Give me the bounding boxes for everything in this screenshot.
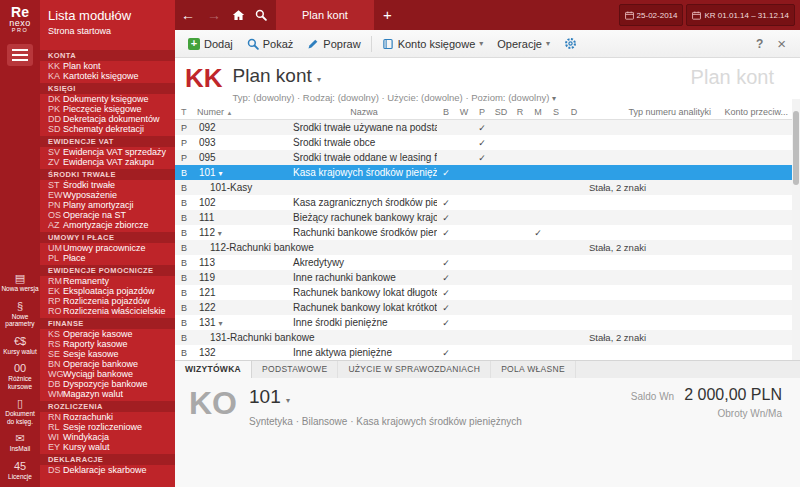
cell-type: P <box>175 138 195 148</box>
table-row[interactable]: B122Rachunek bankowy lokat krótkoterm...… <box>175 300 800 315</box>
table-row[interactable]: B119Inne rachunki bankowe✓ <box>175 270 800 285</box>
account-menu-button[interactable]: Konto księgowe ▾ <box>375 35 491 53</box>
sidebar-item-se[interactable]: SESesje kasowe <box>40 349 175 359</box>
pencil-icon <box>307 38 319 50</box>
sidebar-item-rp[interactable]: RPRozliczenia pojazdów <box>40 296 175 306</box>
expand-icon[interactable]: ▾ <box>218 229 222 238</box>
table-row[interactable]: B131-Rachunki bankoweStała, 2 znaki <box>175 330 800 345</box>
app-logo: Re nexo PRO <box>9 5 31 34</box>
tab-plan-kont[interactable]: Plan kont <box>276 0 374 30</box>
details-tab[interactable]: WIZYTÓWKA <box>175 361 252 378</box>
column-header[interactable]: B <box>437 107 455 117</box>
sidebar-item-wg[interactable]: WGWyciągi bankowe <box>40 369 175 379</box>
accounting-period-box[interactable]: KR 01.01.14 – 31.12.14 <box>686 4 795 26</box>
account-number[interactable]: 101 ▾ <box>249 386 522 412</box>
details-tab[interactable]: PODSTAWOWE <box>252 361 338 378</box>
help-button[interactable]: ? <box>756 37 763 51</box>
sidebar-item-pn[interactable]: PNPlany amortyzacji <box>40 200 175 210</box>
table-row[interactable]: B101 ▾Kasa krajowych środków pieniężnych… <box>175 165 800 180</box>
sidebar-item-zv[interactable]: ZVEwidencja VAT zakupu <box>40 157 175 167</box>
sidebar-item-st[interactable]: STŚrodki trwałe <box>40 180 175 190</box>
search-icon[interactable] <box>250 9 272 21</box>
settings-button[interactable] <box>557 34 584 53</box>
new-tab-button[interactable]: + <box>374 0 401 30</box>
column-header[interactable]: T <box>175 107 195 117</box>
column-header[interactable]: W <box>455 107 473 117</box>
add-button[interactable]: + Dodaj <box>181 35 240 53</box>
sidebar-item-ds[interactable]: DSDeklaracje skarbowe <box>40 465 175 475</box>
rail-item[interactable]: §Nowe parametry <box>0 300 40 328</box>
column-header[interactable]: Numer ▲ <box>195 107 291 117</box>
sidebar-item-dd[interactable]: DDDekretacja dokumentów <box>40 114 175 124</box>
table-row[interactable]: P095Środki trwałe oddane w leasing finan… <box>175 150 800 165</box>
sidebar-item-rs[interactable]: RSRaporty kasowe <box>40 339 175 349</box>
table-row[interactable]: B111Bieżący rachunek bankowy krajowyc...… <box>175 210 800 225</box>
column-header[interactable]: Typ numeru analityki <box>583 107 713 117</box>
scrollbar-thumb[interactable] <box>793 111 799 185</box>
sidebar-item-ka[interactable]: KAKartoteki księgowe <box>40 71 175 81</box>
table-row[interactable]: B101-KasyStała, 2 znaki <box>175 180 800 195</box>
current-date-box[interactable]: 25-02-2014 <box>619 4 684 26</box>
sidebar-item-dk[interactable]: DKDokumenty księgowe <box>40 94 175 104</box>
sidebar-item-rm[interactable]: RMRemanenty <box>40 276 175 286</box>
sidebar-item-pl[interactable]: PLPłace <box>40 253 175 263</box>
sidebar-item-ew[interactable]: EWWyposażenie <box>40 190 175 200</box>
column-header[interactable]: D <box>565 107 583 117</box>
show-button[interactable]: Pokaż <box>240 35 301 53</box>
sidebar-item-az[interactable]: AZAmortyzacje zbiorcze <box>40 220 175 230</box>
rail-item[interactable]: €$Kursy walut <box>0 335 40 355</box>
sidebar-item-sd[interactable]: SDSchematy dekretacji <box>40 124 175 134</box>
rail-item[interactable]: ✉InsMail <box>0 432 40 452</box>
sidebar-item-db[interactable]: DBDyspozycje bankowe <box>40 379 175 389</box>
column-header[interactable]: R <box>511 107 529 117</box>
sidebar-item-rl[interactable]: RLSesje rozliczeniowe <box>40 422 175 432</box>
sidebar-item-ks[interactable]: KSOperacje kasowe <box>40 329 175 339</box>
sidebar-item-ey[interactable]: EYKursy walut <box>40 442 175 452</box>
sidebar-item-wm[interactable]: WMMagazyn walut <box>40 389 175 399</box>
sidebar-item-kk[interactable]: KKPlan kont <box>40 61 175 71</box>
rail-item[interactable]: 00Różnice kursowe <box>0 362 40 390</box>
table-row[interactable]: P092Środki trwałe używane na podstawie..… <box>175 120 800 135</box>
table-row[interactable]: B112 ▾Rachunki bankowe środków pieniężn.… <box>175 225 800 240</box>
rail-item[interactable]: 45Licencje <box>0 460 40 480</box>
sidebar-item-home[interactable]: Strona startowa <box>40 24 175 36</box>
table-row[interactable]: B132Inne aktywa pieniężne✓ <box>175 345 800 360</box>
forward-button[interactable]: → <box>201 0 227 30</box>
back-button[interactable]: ← <box>175 0 201 30</box>
table-row[interactable]: B131 ▾Inne środki pieniężne✓ <box>175 315 800 330</box>
details-tab[interactable]: UŻYCIE W SPRAWOZDANIACH <box>338 361 491 378</box>
sidebar-item-rn[interactable]: RNRozrachunki <box>40 412 175 422</box>
edit-button[interactable]: Popraw <box>300 35 367 53</box>
page-title[interactable]: Plan kont ▾ <box>233 65 556 90</box>
sidebar-item-ek[interactable]: EKEksploatacja pojazdów <box>40 286 175 296</box>
operations-menu-button[interactable]: Operacje ▾ <box>490 35 557 53</box>
home-icon[interactable] <box>227 9 250 21</box>
column-header[interactable]: S <box>547 107 565 117</box>
sidebar-item-bn[interactable]: BNOperacje bankowe <box>40 359 175 369</box>
table-row[interactable]: B102Kasa zagranicznych środków pienięż..… <box>175 195 800 210</box>
column-header[interactable]: Konto przeciw... <box>713 107 800 117</box>
expand-icon[interactable]: ▾ <box>218 319 222 328</box>
column-header[interactable]: M <box>529 107 547 117</box>
table-row[interactable]: B121Rachunek bankowy lokat długotermi...… <box>175 285 800 300</box>
rail-item[interactable]: ▯Dokument do księg. <box>0 397 40 425</box>
table-row[interactable]: B112-Rachunki bankoweStała, 2 znaki <box>175 240 800 255</box>
rail-item[interactable]: ▤Nowa wersja <box>0 272 40 292</box>
expand-icon[interactable]: ▾ <box>218 169 222 178</box>
table-row[interactable]: B113Akredytywy✓ <box>175 255 800 270</box>
column-header[interactable]: Nazwa <box>291 107 437 117</box>
column-header[interactable]: P <box>473 107 491 117</box>
sidebar-item-ro[interactable]: RORozliczenia właścicielskie <box>40 306 175 316</box>
sidebar-item-os[interactable]: OSOperacje na ST <box>40 210 175 220</box>
sidebar-item-wi[interactable]: WIWindykacja <box>40 432 175 442</box>
details-tab[interactable]: POLA WŁASNE <box>491 361 576 378</box>
vertical-scrollbar[interactable] <box>792 99 800 360</box>
sidebar-item-um[interactable]: UMUmowy pracownicze <box>40 243 175 253</box>
menu-icon[interactable] <box>7 44 33 66</box>
sidebar-item-pk[interactable]: PKPieczęcie księgowe <box>40 104 175 114</box>
sidebar-item-sv[interactable]: SVEwidencja VAT sprzedaży <box>40 147 175 157</box>
table-row[interactable]: P093Środki trwałe obce✓ <box>175 135 800 150</box>
column-header[interactable]: SD <box>491 107 511 117</box>
sidebar-item-label: Plan kont <box>63 61 101 71</box>
close-icon[interactable]: × <box>777 36 786 51</box>
